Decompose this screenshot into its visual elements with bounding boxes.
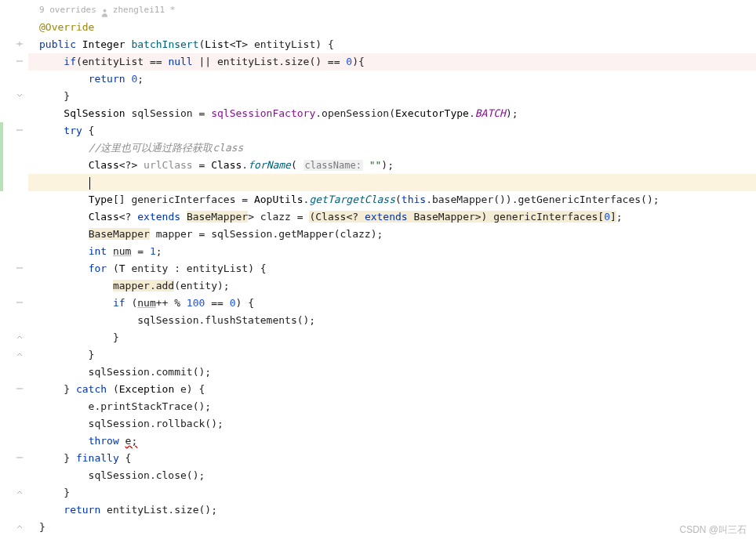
code-line: Class<?> urlClass = Class.forName( class… — [28, 157, 756, 174]
code-line: //这里也可以通过路径获取class — [28, 139, 756, 157]
fold-icon[interactable] — [16, 58, 24, 66]
code-line: return entityList.size(); — [28, 501, 756, 519]
code-line: } — [28, 484, 756, 501]
code-line: Type[] genericInterfaces = AopUtils.getT… — [28, 191, 756, 208]
code-line: } — [28, 346, 756, 364]
code-line: Class<? extends BaseMapper> clazz = (Cla… — [28, 208, 756, 226]
fold-icon[interactable] — [16, 41, 24, 49]
gutter-l2[interactable] — [0, 36, 28, 53]
watermark: CSDN @叫三石 — [679, 521, 747, 538]
code-line: @Override — [28, 19, 756, 36]
code-line: if(entityList == null || entityList.size… — [28, 53, 756, 71]
code-line: int num = 1; — [28, 243, 756, 260]
code-line — [28, 174, 756, 191]
gutter-l3[interactable] — [0, 53, 28, 71]
code-line: for (T entity : entityList) { — [28, 260, 756, 277]
author-name[interactable]: zhenglei11 * — [113, 2, 175, 19]
code-line: sqlSession.rollback(); — [28, 415, 756, 433]
code-line: try { — [28, 122, 756, 139]
code-line: sqlSession.commit(); — [28, 364, 756, 381]
code-line: } — [28, 329, 756, 346]
gutter-l17[interactable] — [0, 295, 28, 312]
code-line: } — [28, 88, 756, 105]
code-line: } — [28, 519, 756, 536]
inlay-header[interactable]: 9 overrides zhenglei11 * — [28, 2, 756, 19]
code-line: if (num++ % 100 == 0) { — [28, 295, 756, 312]
gutter-l7[interactable] — [0, 122, 28, 139]
overrides-hint[interactable]: 9 overrides — [39, 2, 96, 19]
avatar-icon — [101, 6, 108, 15]
code-line: } finally { — [28, 450, 756, 467]
code-editor[interactable]: 9 overrides zhenglei11 * @Override publi… — [0, 0, 756, 543]
code-line: mapper.add(entity); — [28, 277, 756, 295]
gutter-l15[interactable] — [0, 260, 28, 277]
caret — [89, 177, 90, 190]
code-line: return 0; — [28, 71, 756, 88]
header-gutter — [0, 2, 28, 19]
code-line: } catch (Exception e) { — [28, 381, 756, 398]
code-line: sqlSession.flushStatements(); — [28, 312, 756, 329]
code-line: BaseMapper mapper = sqlSession.getMapper… — [28, 226, 756, 243]
code-area[interactable]: 9 overrides zhenglei11 * @Override publi… — [28, 0, 756, 543]
code-line: e.printStackTrace(); — [28, 398, 756, 415]
svg-point-0 — [103, 9, 106, 12]
code-line: SqlSession sqlSession = sqlSessionFactor… — [28, 105, 756, 122]
code-line: public Integer batchInsert(List<T> entit… — [28, 36, 756, 53]
gutter — [0, 0, 28, 543]
code-line: throw e; — [28, 433, 756, 450]
code-line: sqlSession.close(); — [28, 467, 756, 484]
gutter-l5[interactable] — [0, 88, 28, 105]
gutter-l1 — [0, 19, 28, 36]
